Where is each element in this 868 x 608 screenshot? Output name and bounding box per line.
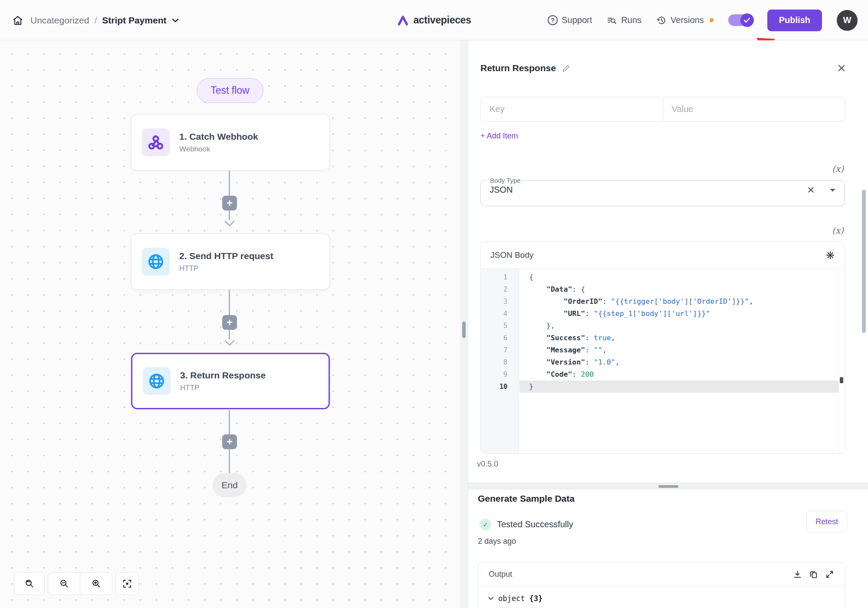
home-button[interactable] — [12, 15, 23, 26]
code-line[interactable]: "Code": 200 — [519, 368, 838, 381]
expand-output-button[interactable] — [825, 570, 834, 579]
dynamic-value-icon[interactable]: (x) — [832, 164, 844, 174]
breadcrumb-separator: / — [94, 15, 97, 26]
reset-zoom-button[interactable] — [14, 572, 45, 595]
code-line[interactable]: "Success": true, — [519, 332, 838, 344]
add-item-button[interactable]: + Add Item — [480, 131, 518, 141]
runs-label: Runs — [621, 15, 641, 25]
add-step-button[interactable]: + — [222, 434, 237, 449]
line-number: 8 — [481, 356, 519, 368]
flow-builder-app: Uncategorized / Stript Payment activepie… — [0, 0, 868, 608]
code-line[interactable]: }, — [519, 320, 838, 332]
panel-scrollbar-thumb[interactable] — [862, 190, 866, 333]
rename-step-button[interactable] — [562, 64, 570, 72]
copy-output-button[interactable] — [809, 570, 818, 579]
editor-gutter: 12345678910 — [481, 269, 519, 454]
nav-runs[interactable]: Runs — [607, 15, 641, 26]
editor-scrollbar-thumb[interactable] — [840, 377, 843, 383]
support-label: Support — [562, 15, 592, 25]
logo: activepieces — [397, 0, 471, 40]
globe-icon — [143, 367, 171, 395]
avatar[interactable]: W — [837, 10, 858, 31]
piece-version: v0.5.0 — [477, 460, 498, 469]
code-line[interactable]: } — [519, 381, 838, 393]
code-line[interactable]: "OrderID": "{{trigger['body']['OrderID']… — [519, 296, 838, 308]
code-line[interactable]: "Data": { — [519, 283, 838, 296]
editor-code-area[interactable]: { "Data": { "OrderID": "{{trigger['body'… — [519, 269, 838, 454]
arrowhead-down-icon — [224, 220, 235, 227]
test-flow-button[interactable]: Test flow — [197, 78, 263, 103]
sample-data-heading: Generate Sample Data — [478, 493, 575, 504]
chevron-down-icon — [171, 18, 179, 23]
body-type-field[interactable]: Body Type JSON — [480, 177, 845, 206]
chevron-down-icon — [488, 596, 494, 601]
zoom-button-group — [48, 572, 112, 595]
code-line[interactable]: "Version": "1.0", — [519, 356, 838, 368]
line-number: 9 — [481, 368, 519, 381]
connector-line — [229, 171, 230, 220]
add-step-button[interactable]: + — [222, 196, 237, 210]
flow-canvas[interactable]: Test flow 1. Catch Webhook Webhook + 2. … — [0, 40, 460, 608]
panel-resize-gutter — [460, 40, 468, 608]
download-output-button[interactable] — [793, 570, 802, 579]
logo-text: activepieces — [413, 14, 471, 26]
line-number: 1 — [481, 271, 519, 283]
code-line[interactable]: { — [519, 271, 838, 283]
versions-update-dot — [710, 18, 713, 22]
clear-body-type-button[interactable] — [807, 186, 815, 194]
key-cell — [481, 97, 663, 121]
code-line[interactable]: "URL": "{{step_1['body']['url']}}" — [519, 308, 838, 320]
retest-button[interactable]: Retest — [806, 511, 847, 532]
json-body-label: JSON Body — [490, 250, 533, 260]
fit-to-view-icon — [122, 578, 132, 589]
zoom-out-button[interactable] — [48, 573, 80, 595]
step-title: 3. Return Response — [180, 370, 266, 381]
code-line[interactable]: "Message": "", — [519, 344, 838, 356]
fit-to-view-button[interactable] — [115, 572, 139, 595]
panel-resize-handle[interactable] — [462, 322, 466, 338]
breadcrumb-flow-name[interactable]: Stript Payment — [102, 15, 166, 26]
body-type-value: JSON — [490, 185, 513, 195]
section-resize-handle[interactable] — [658, 485, 678, 488]
toggle-thumb — [740, 13, 754, 27]
output-tree-root[interactable]: object {3} — [478, 587, 845, 603]
step-card-return-response[interactable]: 3. Return Response HTTP — [131, 353, 330, 409]
step-subtitle: HTTP — [180, 384, 266, 392]
close-icon — [837, 64, 846, 72]
pencil-icon — [562, 64, 570, 72]
versions-label: Versions — [671, 15, 704, 25]
expand-icon — [825, 570, 834, 579]
ai-assist-button[interactable] — [825, 250, 835, 260]
zoom-in-button[interactable] — [80, 573, 112, 595]
history-icon — [656, 15, 667, 26]
webhook-icon — [142, 128, 170, 156]
download-icon — [793, 570, 802, 579]
code-editor[interactable]: 12345678910 { "Data": { "OrderID": "{{tr… — [481, 269, 845, 454]
nav-support[interactable]: ? Support — [548, 15, 592, 25]
activepieces-logo-icon — [397, 14, 409, 26]
breadcrumb: Uncategorized / Stript Payment — [30, 15, 179, 26]
step-subtitle: HTTP — [179, 264, 273, 273]
body-type-dropdown-button[interactable] — [829, 188, 836, 192]
step-card-send-http[interactable]: 2. Send HTTP request HTTP — [131, 233, 330, 290]
output-card: Output — [478, 562, 845, 608]
publish-button[interactable]: Publish — [767, 10, 822, 31]
home-icon — [12, 15, 23, 26]
flow-menu-button[interactable] — [171, 18, 179, 23]
value-input[interactable] — [663, 97, 845, 121]
globe-icon — [142, 248, 170, 276]
dynamic-value-icon[interactable]: (x) — [832, 225, 844, 236]
flow-enabled-toggle[interactable] — [728, 14, 753, 26]
connector-line — [229, 290, 230, 339]
key-input[interactable] — [481, 97, 663, 121]
step-card-catch-webhook[interactable]: 1. Catch Webhook Webhook — [131, 114, 330, 171]
editor-scrollbar-track — [838, 269, 845, 454]
flow-end-marker: End — [213, 473, 247, 497]
test-status-text: Tested Successfully — [497, 519, 573, 529]
breadcrumb-category[interactable]: Uncategorized — [30, 15, 89, 26]
close-panel-button[interactable] — [837, 64, 846, 72]
add-step-button[interactable]: + — [222, 315, 237, 330]
nav-versions[interactable]: Versions — [656, 15, 713, 26]
caret-down-icon — [829, 188, 836, 192]
copy-icon — [809, 570, 818, 579]
